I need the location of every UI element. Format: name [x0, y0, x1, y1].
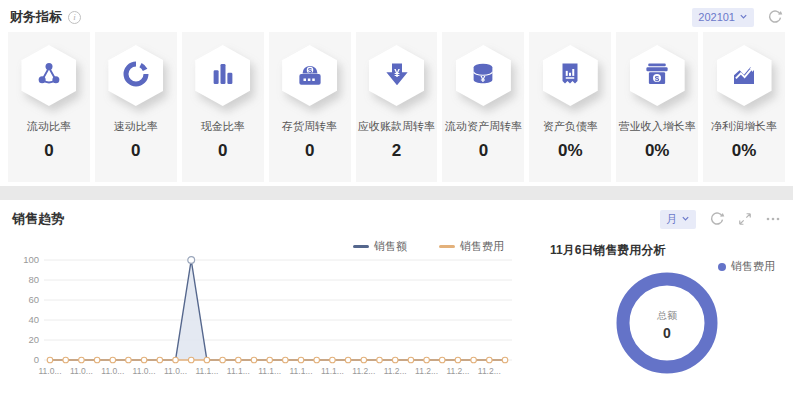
refresh-icon[interactable]: [767, 9, 783, 25]
metric-card: ¥应收账款周转率2: [356, 32, 438, 182]
svg-text:40: 40: [28, 314, 39, 325]
hexagon-badge: [108, 45, 163, 106]
metric-label: 存货周转率: [282, 119, 337, 134]
svg-text:11.0...: 11.0...: [164, 366, 187, 376]
metric-card: $营业收入增长率0%: [616, 32, 698, 182]
donut-chart: 总额 0: [615, 271, 719, 375]
svg-text:¥: ¥: [394, 68, 400, 79]
finance-panel: 财务指标 i 202101 流动比率0速动比率0现金比率0$存货周转率0¥应收账…: [0, 0, 793, 186]
metric-label: 流动资产周转率: [445, 119, 522, 134]
metric-value: 0%: [645, 141, 670, 161]
hexagon-badge: [21, 45, 76, 106]
hexagon-badge: [543, 45, 598, 106]
legend-item[interactable]: 销售费用: [439, 238, 504, 254]
refresh-icon[interactable]: [709, 211, 725, 227]
granularity-dropdown[interactable]: 月: [660, 210, 696, 229]
period-value: 202101: [698, 11, 735, 23]
svg-text:11.2...: 11.2...: [384, 366, 407, 376]
metric-value: 0%: [558, 141, 583, 161]
hexagon-badge: ¥: [369, 45, 424, 106]
period-dropdown[interactable]: 202101: [692, 8, 754, 27]
metric-label: 净利润增长率: [711, 119, 777, 134]
donut-box: 总额 0: [550, 271, 783, 375]
donut-legend-item[interactable]: 销售费用: [718, 259, 775, 274]
svg-text:11.1...: 11.1...: [321, 366, 344, 376]
svg-text:$: $: [655, 73, 660, 82]
finance-title: 财务指标: [10, 8, 62, 26]
donut-center-value: 0: [663, 325, 671, 341]
legend-line-icon: [353, 245, 369, 248]
donut-legend-label: 销售费用: [731, 259, 775, 274]
svg-text:11.1...: 11.1...: [258, 366, 281, 376]
metric-card: $存货周转率0: [269, 32, 351, 182]
share-nodes-icon: [34, 59, 64, 93]
metric-label: 流动比率: [27, 119, 71, 134]
donut-center-label: 总额: [657, 310, 677, 321]
metric-card: ¥流动资产周转率0: [442, 32, 524, 182]
legend-label: 销售费用: [460, 239, 504, 254]
legend-item[interactable]: 销售额: [353, 238, 407, 254]
coins-yuan-icon: ¥: [468, 59, 498, 93]
store-dollar-icon: $: [642, 59, 672, 93]
svg-text:60: 60: [28, 294, 39, 305]
chevron-down-icon: [681, 213, 690, 225]
svg-text:11.2...: 11.2...: [352, 366, 375, 376]
metric-card: 净利润增长率0%: [703, 32, 785, 182]
metric-value: 2: [392, 141, 401, 161]
svg-text:20: 20: [28, 334, 39, 345]
receipt-chart-icon: [555, 59, 585, 93]
svg-text:11.0...: 11.0...: [101, 366, 124, 376]
metric-label: 应收账款周转率: [358, 119, 435, 134]
info-circle-icon[interactable]: i: [68, 11, 81, 24]
hexagon-badge: $: [282, 45, 337, 106]
chevron-down-icon: [739, 11, 748, 23]
granularity-value: 月: [666, 212, 677, 227]
line-chart: 02040608010011.0...11.0...11.0...11.0...…: [10, 254, 518, 392]
more-icon[interactable]: [765, 211, 781, 227]
trend-up-icon: [729, 59, 759, 93]
metric-label: 资产负债率: [543, 119, 598, 134]
sales-body: 销售额销售费用 02040608010011.0...11.0...11.0..…: [10, 230, 783, 392]
legend-line-icon: [439, 245, 455, 248]
expand-icon[interactable]: [738, 212, 752, 226]
svg-text:11.1...: 11.1...: [227, 366, 250, 376]
hexagon-badge: ¥: [456, 45, 511, 106]
legend-label: 销售额: [374, 239, 407, 254]
chart-legend: 销售额销售费用: [10, 238, 518, 254]
analysis-panel: 11月6日销售费用分析 销售费用 总额 0: [518, 230, 783, 392]
sales-title: 销售趋势: [12, 210, 64, 228]
svg-text:80: 80: [28, 274, 39, 285]
svg-text:100: 100: [23, 254, 39, 265]
sales-panel: 销售趋势 月 销售额销售费用 02040608010011.0...11.0..…: [0, 200, 793, 400]
metric-value: 0: [44, 141, 53, 161]
svg-text:11.1...: 11.1...: [195, 366, 218, 376]
arrow-down-yuan-icon: ¥: [382, 59, 412, 93]
metric-value: 0: [131, 141, 140, 161]
svg-text:0: 0: [34, 354, 39, 365]
hexagon-badge: [195, 45, 250, 106]
svg-text:11.1...: 11.1...: [290, 366, 313, 376]
metric-cards: 流动比率0速动比率0现金比率0$存货周转率0¥应收账款周转率2¥流动资产周转率0…: [8, 32, 785, 182]
metric-card: 资产负债率0%: [529, 32, 611, 182]
analysis-title: 11月6日销售费用分析: [550, 242, 783, 259]
svg-text:11.2...: 11.2...: [478, 366, 501, 376]
cash-drawer-icon: $: [295, 59, 325, 93]
metric-value: 0%: [732, 141, 757, 161]
metric-label: 现金比率: [201, 119, 245, 134]
metric-label: 营业收入增长率: [619, 119, 696, 134]
legend-dot-icon: [718, 263, 726, 271]
metric-card: 流动比率0: [8, 32, 90, 182]
svg-text:11.0...: 11.0...: [70, 366, 93, 376]
metric-label: 速动比率: [114, 119, 158, 134]
metric-value: 0: [305, 141, 314, 161]
bar-chart-icon: [208, 59, 238, 93]
donut-ring: [623, 279, 711, 367]
metric-card: 现金比率0: [182, 32, 264, 182]
sales-header: 销售趋势 月: [10, 208, 783, 230]
svg-text:11.2...: 11.2...: [415, 366, 438, 376]
finance-header: 财务指标 i 202101: [8, 6, 785, 28]
metric-value: 0: [218, 141, 227, 161]
sync-circle-icon: [121, 59, 151, 93]
metric-card: 速动比率0: [95, 32, 177, 182]
line-chart-area: 销售额销售费用 02040608010011.0...11.0...11.0..…: [10, 230, 518, 392]
